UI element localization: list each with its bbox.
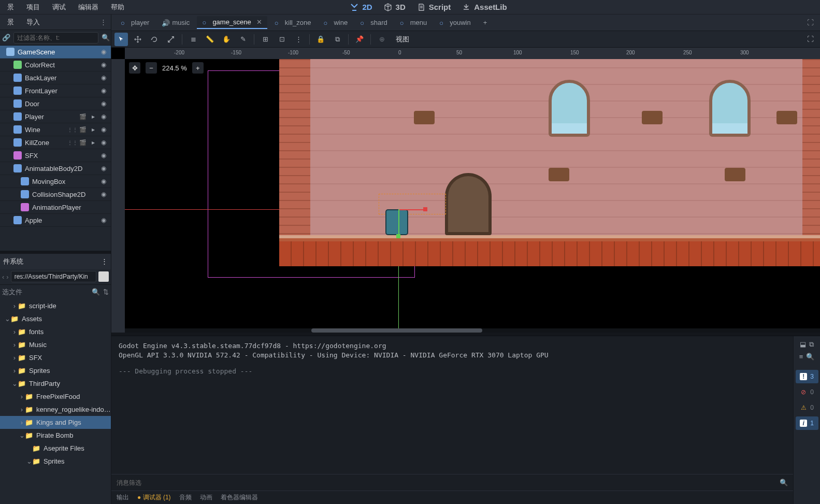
fs-item-aseprite-files[interactable]: 📁Aseprite Files	[0, 442, 111, 455]
fs-item-music[interactable]: ›📁Music	[0, 338, 111, 351]
chevron-icon[interactable]: ›	[11, 354, 18, 362]
tool-snap-opts[interactable]: ⋮	[292, 33, 305, 46]
tool-scale[interactable]	[164, 33, 178, 46]
bt-anim[interactable]: 动画	[200, 493, 212, 502]
player-sprite[interactable]	[386, 210, 407, 234]
eye-icon[interactable]	[99, 138, 108, 147]
search-icon[interactable]: 🔍	[102, 34, 110, 41]
chevron-icon[interactable]: ›	[11, 328, 18, 336]
tab-add[interactable]: +	[478, 17, 493, 28]
bt-shader[interactable]: 着色器编辑器	[221, 493, 258, 502]
fs-item-kenney-roguelike-indo-[interactable]: ›📁kenney_roguelike-indo…	[0, 403, 111, 416]
fs-item-sprites[interactable]: ›📁Sprites	[0, 364, 111, 377]
eye-icon[interactable]	[99, 125, 108, 134]
side-ic4[interactable]: 🔍	[806, 353, 814, 361]
zoom-in-icon[interactable]: +	[192, 62, 204, 74]
center-view-icon[interactable]: ✥	[129, 62, 140, 74]
fs-item-kings-and-pigs[interactable]: ›📁Kings and Pigs	[0, 416, 111, 429]
tree-node-killzone[interactable]: KillZone	[0, 136, 111, 149]
eye-icon[interactable]	[99, 74, 108, 82]
chevron-icon[interactable]: ⌄	[4, 315, 10, 323]
tree-node-gamescene[interactable]: GameScene	[0, 46, 111, 59]
output-text[interactable]: Godot Engine v4.3.stable.steam.77dcf97d8…	[111, 336, 793, 474]
side-ic2[interactable]: ⧉	[809, 340, 814, 349]
eye-icon[interactable]	[99, 177, 108, 185]
tool-move[interactable]	[131, 33, 145, 46]
tab-shard[interactable]: ○shard	[355, 17, 393, 28]
eye-icon[interactable]	[99, 112, 108, 121]
fs-search-icon[interactable]: 🔍	[92, 288, 100, 296]
workspace-script[interactable]: Script	[417, 3, 451, 11]
tree-node-frontlayer[interactable]: FrontLayer	[0, 84, 111, 97]
chevron-icon[interactable]: ›	[11, 367, 18, 375]
fs-path-input[interactable]	[11, 271, 96, 282]
fullscreen-icon[interactable]: ⛶	[803, 33, 817, 46]
tree-node-sfx[interactable]: SFX	[0, 149, 111, 162]
chevron-icon[interactable]: ⌄	[26, 457, 32, 465]
chevron-icon[interactable]: ›	[11, 341, 18, 349]
eye-icon[interactable]	[99, 87, 108, 95]
badge-errors[interactable]: !3	[796, 370, 818, 383]
clapper-icon[interactable]	[79, 138, 87, 147]
fs-more-icon[interactable]: ⋮	[101, 257, 108, 265]
eye-icon[interactable]	[99, 99, 108, 108]
menu-editor[interactable]: 编辑器	[72, 1, 105, 14]
tab-music[interactable]: 🔊music	[156, 17, 195, 28]
chevron-icon[interactable]: ›	[19, 419, 25, 426]
view-menu[interactable]: 视图	[392, 35, 413, 44]
tool-pan[interactable]: ✋	[220, 33, 233, 46]
tool-ruler[interactable]: 📏	[203, 33, 217, 46]
tool-snap-toggle[interactable]: ⊞	[258, 33, 272, 46]
link-icon[interactable]: 🔗	[2, 34, 10, 41]
fs-item-sfx[interactable]: ›📁SFX	[0, 351, 111, 364]
eye-icon[interactable]	[99, 216, 108, 224]
scene-dock-more-icon[interactable]: ⋮	[98, 18, 108, 26]
viewport-hscroll[interactable]	[125, 328, 820, 333]
viewport-2d[interactable]: -200-150-100-50050100150200250300	[111, 48, 820, 333]
tree-node-player[interactable]: Player	[0, 110, 111, 123]
bt-debugger[interactable]: ● 调试器 (1)	[137, 493, 171, 502]
tree-node-backlayer[interactable]: BackLayer	[0, 71, 111, 84]
fs-item-freepixelfood[interactable]: ›📁FreePixelFood	[0, 390, 111, 403]
tab-kill_zone[interactable]: ○kill_zone	[269, 17, 317, 28]
eye-icon[interactable]	[99, 61, 108, 69]
zoom-level[interactable]: 224.5 %	[162, 64, 187, 72]
canvas[interactable]	[125, 59, 820, 333]
eye-icon[interactable]	[99, 151, 108, 160]
tool-edit[interactable]: ✎	[236, 33, 250, 46]
chevron-icon[interactable]: ⌄	[11, 380, 18, 387]
badge-warnings[interactable]: ⚠0	[796, 401, 818, 414]
tree-node-colorrect[interactable]: ColorRect	[0, 59, 111, 71]
gizmo-y-handle[interactable]	[396, 234, 400, 238]
zoom-out-icon[interactable]: −	[146, 62, 157, 74]
play-icon[interactable]	[89, 112, 97, 121]
side-ic3[interactable]: ≡	[799, 353, 803, 361]
fs-item-assets[interactable]: ⌄📁Assets	[0, 312, 111, 325]
fs-preview-thumb[interactable]	[98, 271, 109, 282]
tool-list[interactable]: ≣	[186, 33, 200, 46]
tree-node-collisionshape2d[interactable]: CollisionShape2D	[0, 188, 111, 201]
badge-info[interactable]: i1	[796, 416, 818, 430]
tree-node-movingbox[interactable]: MovingBox	[0, 175, 111, 188]
tree-node-apple[interactable]: Apple	[0, 214, 111, 227]
tool-bone[interactable]: 📌	[353, 33, 366, 46]
chevron-icon[interactable]: ›	[19, 406, 25, 413]
gizmo-y[interactable]	[398, 209, 399, 235]
menu-scene[interactable]: 景	[1, 1, 20, 14]
tree-node-animatablebody2d[interactable]: AnimatableBody2D	[0, 162, 111, 175]
filesystem-tree[interactable]: ›📁script-ide⌄📁Assets›📁fonts›📁Music›📁SFX›…	[0, 299, 111, 505]
eye-icon[interactable]	[99, 190, 108, 198]
eye-icon[interactable]	[99, 164, 108, 172]
tool-rotate[interactable]	[148, 33, 161, 46]
clapper-icon[interactable]	[79, 112, 87, 121]
eye-icon[interactable]	[99, 48, 108, 56]
tab-game_scene[interactable]: ○game_scene✕	[197, 16, 267, 29]
gizmo-x[interactable]	[398, 209, 424, 210]
back-icon[interactable]: ‹	[2, 273, 4, 281]
bt-output[interactable]: 输出	[117, 493, 129, 502]
tab-youwin[interactable]: ○youwin	[434, 17, 476, 28]
fs-item-fonts[interactable]: ›📁fonts	[0, 325, 111, 338]
clapper-icon[interactable]	[79, 125, 87, 134]
tree-node-door[interactable]: Door	[0, 97, 111, 110]
chevron-icon[interactable]: ›	[19, 393, 25, 400]
